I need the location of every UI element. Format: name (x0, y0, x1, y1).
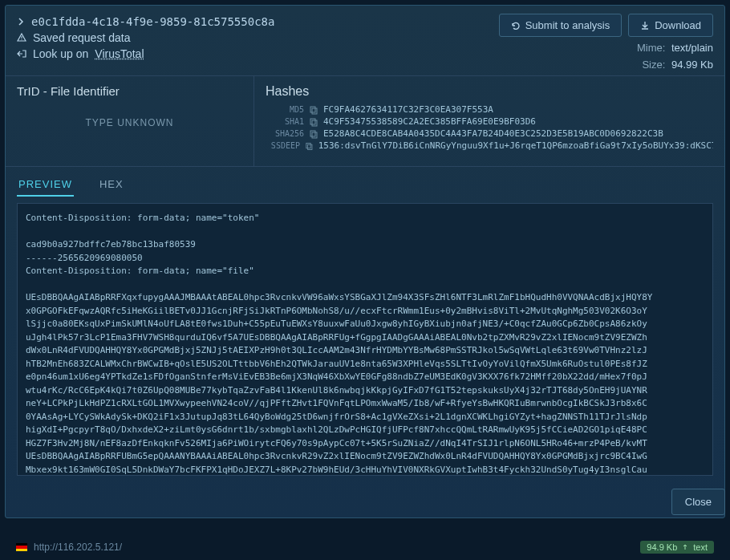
svg-rect-4 (310, 119, 315, 124)
hash-type: SSDEEP (266, 141, 300, 150)
hash-value: FC9FA4627634117C32F3C0EA307F553A (323, 104, 493, 115)
hash-type: SHA1 (266, 117, 304, 126)
svg-rect-7 (312, 132, 317, 138)
trid-status: TYPE UNKNOWN (17, 117, 242, 128)
download-label: Download (655, 19, 701, 31)
hash-row: SSDEEP1536:dsvTnGlY7DiB6iCnNRGyYnguu9Xf1… (266, 140, 713, 152)
bg-size: 94.9 Kb (647, 542, 677, 552)
svg-rect-2 (310, 107, 315, 112)
svg-rect-3 (312, 108, 317, 114)
submit-label: Submit to analysis (525, 19, 610, 31)
hash-row: SHA256E528A8C4CDE8CAB4A0435DC4A43FA7B24D… (266, 128, 713, 140)
copy-icon[interactable] (309, 105, 318, 115)
svg-rect-6 (310, 131, 315, 136)
tab-hex[interactable]: HEX (98, 173, 125, 197)
file-hash-value: e0c1fdda-4c18-4f9e-9859-81c575550c8a (31, 15, 274, 28)
hash-row: MD5FC9FA4627634117C32F3C0EA307F553A (266, 103, 713, 116)
download-icon (640, 21, 650, 30)
submit-analysis-button[interactable]: Submit to analysis (499, 14, 623, 37)
copy-icon[interactable] (309, 129, 318, 139)
warning-icon (17, 33, 26, 43)
hash-value: 1536:dsvTnGlY7DiB6iCnNRGyYnguu9Xf1u+J6rq… (318, 140, 713, 151)
hash-row: SHA14C9F53475538589C2A2EC385BFFA69E0E9BF… (266, 116, 713, 128)
tabs: PREVIEW HEX (6, 167, 724, 197)
size-row: Size: 94.99 Kb (642, 59, 713, 71)
hash-value: 4C9F53475538589C2A2EC385BFFA69E0E9BF03D6 (323, 116, 536, 127)
virustotal-link[interactable]: VirusTotal (95, 47, 144, 60)
flag-icon (16, 543, 27, 551)
svg-rect-9 (308, 144, 312, 149)
background-row: http://116.202.5.121/ 94.9 Kb text (16, 541, 714, 554)
file-details-panel: e0c1fdda-4c18-4f9e-9859-81c575550c8a Sav… (5, 5, 725, 518)
top-bar: e0c1fdda-4c18-4f9e-9859-81c575550c8a Sav… (6, 6, 724, 76)
hash-type: SHA256 (266, 129, 304, 138)
tab-preview[interactable]: PREVIEW (17, 173, 74, 197)
bg-url[interactable]: http://116.202.5.121/ (34, 542, 122, 553)
action-buttons: Submit to analysis Download (499, 14, 713, 37)
trid-panel: TrID - File Identifier TYPE UNKNOWN (6, 76, 254, 166)
lookup-prefix: Look up on (33, 47, 88, 60)
hashes-panel: Hashes MD5FC9FA4627634117C32F3C0EA307F55… (254, 76, 724, 166)
refresh-icon (511, 21, 521, 30)
hash-type: MD5 (266, 105, 304, 114)
up-arrow-icon (682, 544, 688, 550)
preview-content: Content-Disposition: form-data; name="to… (17, 203, 713, 476)
hash-value: E528A8C4CDE8CAB4A0435DC4A43FA7B24D40E3C2… (323, 128, 663, 139)
chevron-right-icon (17, 18, 25, 26)
mime-label: Mime: (637, 42, 665, 54)
download-button[interactable]: Download (628, 14, 713, 37)
copy-icon[interactable] (305, 141, 314, 151)
close-button[interactable]: Close (671, 489, 725, 515)
svg-point-1 (22, 39, 22, 40)
svg-rect-8 (306, 143, 310, 148)
hashes-title: Hashes (266, 84, 713, 99)
file-info-left: e0c1fdda-4c18-4f9e-9859-81c575550c8a Sav… (17, 14, 499, 71)
saved-label: Saved request data (33, 31, 130, 44)
svg-rect-5 (312, 120, 317, 126)
lookup-line[interactable]: Look up on VirusTotal (17, 46, 499, 62)
trid-title: TrID - File Identifier (17, 84, 242, 98)
bg-type: text (693, 542, 708, 552)
mime-row: Mime: text/plain (637, 42, 713, 54)
size-label: Size: (642, 59, 665, 71)
mime-value: text/plain (671, 42, 713, 54)
file-hash-line: e0c1fdda-4c18-4f9e-9859-81c575550c8a (17, 14, 499, 30)
size-value: 94.99 Kb (671, 59, 713, 71)
saved-line: Saved request data (17, 30, 499, 46)
mid-section: TrID - File Identifier TYPE UNKNOWN Hash… (6, 76, 724, 167)
copy-icon[interactable] (309, 117, 318, 127)
hash-table: MD5FC9FA4627634117C32F3C0EA307F553ASHA14… (266, 103, 713, 152)
size-type-badge: 94.9 Kb text (640, 541, 714, 554)
lookup-icon (17, 49, 26, 59)
file-actions-right: Submit to analysis Download Mime: text/p… (499, 14, 713, 71)
